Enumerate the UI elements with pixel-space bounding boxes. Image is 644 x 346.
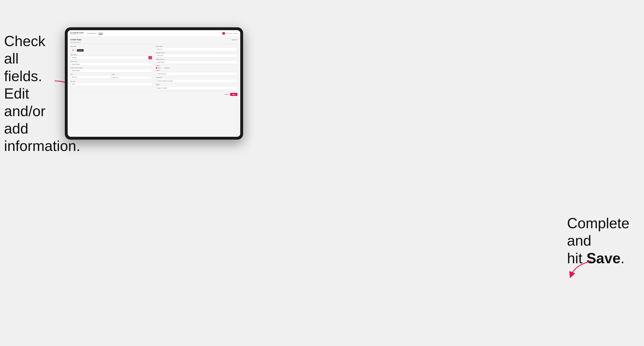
conference-clear-icon[interactable]: ×	[234, 80, 234, 81]
nav-teams[interactable]: TEAMS	[98, 32, 103, 35]
team-colour-input[interactable]	[70, 56, 148, 59]
head-coach-field: Head Coach	[156, 46, 238, 51]
division-select[interactable]: NCAA Division III	[156, 72, 238, 76]
womens-label: Womens	[165, 67, 170, 69]
state-clear-icon[interactable]: ×	[149, 77, 150, 78]
head-coach-label: Head Coach	[156, 46, 238, 47]
division-field: Division NCAA Division III ⌃⌄	[156, 70, 238, 76]
gender-mens-option[interactable]: Mens	[156, 67, 161, 69]
athletic-director-label: Athletic Director	[156, 59, 238, 60]
cancel-button[interactable]: Cancel	[224, 94, 229, 95]
section-header: TEAM DETAILS	[70, 42, 238, 44]
form-cancel-x[interactable]: Cancel ✕	[231, 39, 238, 40]
region-select[interactable]: Region II - (M) DIII	[156, 86, 238, 90]
team-colour-label: Team colour	[70, 54, 152, 55]
logo-circle: C	[70, 48, 76, 53]
city-field: City	[70, 74, 111, 80]
navbar-right: T Test User | Sign out	[222, 32, 238, 35]
device-screen: SCOREBOARD Powered by clippd TOURNAMENTS…	[68, 30, 240, 137]
athletic-director-input[interactable]	[156, 60, 238, 64]
form-grid: Team logo C Upload Team colour	[70, 46, 238, 90]
team-name-input[interactable]	[70, 62, 152, 66]
state-field: State New York × ⌃⌄	[112, 74, 152, 80]
save-button[interactable]: Save	[230, 93, 238, 96]
form-left-column: Team logo C Upload Team colour	[70, 46, 152, 90]
team-name-field: Team name	[70, 61, 152, 66]
upload-button[interactable]: Upload	[77, 49, 84, 52]
cancel-text: Cancel	[231, 39, 236, 40]
zip-field: Zip code	[70, 81, 152, 86]
brand-subtitle: Powered by clippd	[70, 34, 84, 35]
annotation-line1: Check all fields.	[4, 33, 46, 84]
zip-input[interactable]	[70, 82, 152, 86]
display-name-input[interactable]	[70, 69, 152, 72]
athletic-director-field: Athletic Director	[156, 59, 238, 64]
assistant-coach-label: Assistant Coach	[156, 52, 238, 53]
logo-area: C Upload	[70, 48, 152, 53]
close-icon: ✕	[236, 39, 238, 40]
state-select[interactable]: New York	[112, 76, 152, 80]
conference-field: Conference University Athletic Associati…	[156, 77, 238, 83]
region-label: Region	[156, 84, 238, 85]
navbar: SCOREBOARD Powered by clippd TOURNAMENTS…	[68, 30, 240, 37]
gender-womens-option[interactable]: Womens	[163, 67, 170, 69]
womens-radio-dot	[163, 67, 164, 69]
region-field: Region Region II - (M) DIII × ⌃⌄	[156, 84, 238, 90]
main-content: Create Team Cancel ✕ TEAM DETAILS Team l…	[68, 37, 240, 137]
head-coach-input[interactable]	[156, 47, 238, 51]
division-label: Division	[156, 70, 238, 71]
state-label: State	[112, 74, 152, 75]
form-title: Create Team	[70, 39, 81, 41]
assistant-coach-input[interactable]	[156, 54, 238, 57]
zip-label: Zip code	[70, 81, 152, 82]
team-name-label: Team name	[70, 61, 152, 62]
conference-dropdown-wrap: University Athletic Association × ⌃⌄	[156, 78, 238, 83]
assistant-coach-field: Assistant Coach	[156, 52, 238, 57]
user-label: Test User |	[226, 33, 232, 34]
mens-label: Mens	[158, 67, 161, 69]
display-name-label: Display name (unique)	[70, 67, 152, 68]
annotation-line2: Edit and/or add	[4, 85, 46, 137]
city-input[interactable]	[70, 75, 111, 79]
conference-select[interactable]: University Athletic Association	[156, 79, 238, 83]
device-frame: SCOREBOARD Powered by clippd TOURNAMENTS…	[65, 27, 243, 140]
left-annotation: Check all fields. Edit and/or add inform…	[4, 32, 61, 155]
form-footer: Cancel Save	[70, 91, 238, 96]
mens-radio-dot	[156, 67, 157, 69]
right-arrow-icon	[567, 259, 593, 279]
gender-label: Gender	[156, 65, 238, 66]
state-select-wrap: New York × ⌃⌄	[112, 75, 152, 80]
annotation-line3: information.	[4, 138, 80, 154]
city-state-row: City State New York × ⌃⌄	[70, 74, 152, 80]
conference-label: Conference	[156, 77, 238, 78]
color-swatch	[148, 56, 152, 59]
signout-link[interactable]: Sign out	[233, 33, 238, 34]
team-logo-field: Team logo C Upload	[70, 46, 152, 53]
gender-radio-group: Mens Womens	[156, 67, 238, 69]
nav-links: TOURNAMENTS TEAMS	[87, 32, 103, 35]
team-logo-label: Team logo	[70, 46, 152, 47]
region-clear-icon[interactable]: ×	[234, 87, 234, 88]
brand-logo: SCOREBOARD Powered by clippd	[70, 32, 84, 35]
division-dropdown-wrap: NCAA Division III ⌃⌄	[156, 71, 238, 76]
annotation-right-line1: Complete and	[567, 215, 630, 249]
color-field-wrap	[70, 56, 152, 59]
avatar: T	[222, 32, 225, 35]
nav-tournaments[interactable]: TOURNAMENTS	[87, 32, 96, 34]
city-state-group: City State New York × ⌃⌄	[70, 74, 152, 80]
gender-field: Gender Mens Womens	[156, 65, 238, 69]
brand-title: SCOREBOARD	[70, 32, 84, 34]
city-label: City	[70, 74, 111, 75]
region-dropdown-wrap: Region II - (M) DIII × ⌃⌄	[156, 86, 238, 90]
team-colour-field: Team colour	[70, 54, 152, 59]
form-right-column: Head Coach Assistant Coach Athletic Dire…	[156, 46, 238, 90]
display-name-field: Display name (unique)	[70, 67, 152, 72]
form-header: Create Team Cancel ✕	[70, 39, 238, 41]
